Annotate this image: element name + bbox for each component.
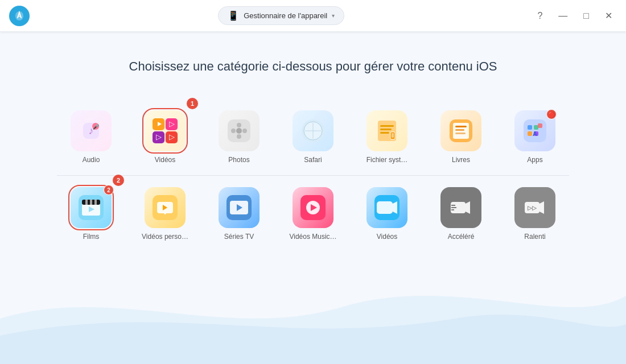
category-fichier[interactable]: Fichier syst… (356, 110, 418, 164)
svg-rect-32 (455, 126, 467, 127)
close-button[interactable]: ✕ (600, 8, 617, 23)
svg-rect-34 (455, 133, 466, 134)
category-accelere[interactable]: Accéléré (430, 187, 492, 241)
svg-point-14 (237, 123, 241, 127)
titlebar-left (9, 6, 30, 26)
svg-point-13 (236, 128, 242, 134)
category-audio[interactable]: ♪ 🎤 Audio (60, 110, 122, 164)
category-videos2[interactable]: Vidéos (356, 187, 418, 241)
apps-notif-badge: 🔴 (546, 109, 557, 119)
svg-rect-36 (528, 125, 532, 130)
help-button[interactable]: ? (533, 9, 547, 23)
main-content: Choisissez une catégorie ci-dessous pour… (0, 32, 626, 250)
svg-text:▷: ▷ (169, 133, 175, 141)
category-livres[interactable]: Livres (430, 110, 492, 164)
svg-rect-60 (377, 201, 393, 214)
svg-rect-27 (380, 132, 389, 134)
device-button-label: Gestionnaire de l'appareil (244, 11, 327, 20)
category-ralenti[interactable]: ▷▷ Ralenti (504, 187, 566, 241)
videos2-icon-wrapper (366, 187, 407, 228)
category-series[interactable]: Séries TV (208, 187, 270, 241)
category-row-1: ♪ 🎤 Audio 1 (57, 101, 569, 176)
films-icon-wrapper: 2 (71, 187, 112, 228)
videos-music-icon-wrapper (293, 187, 333, 228)
ralenti-icon-wrapper: ▷▷ (514, 187, 555, 228)
category-row-2: 2 2 (57, 176, 569, 250)
page-title: Choisissez une catégorie ci-dessous pour… (129, 59, 497, 74)
svg-rect-45 (85, 200, 88, 205)
chevron-down-icon: ▾ (332, 13, 335, 19)
videos-perso-icon-wrapper (145, 187, 186, 228)
videos-music-label: Vidéos Music… (289, 233, 336, 241)
step-badge-2: 2 (113, 175, 124, 186)
svg-text:▷▷: ▷▷ (528, 205, 537, 211)
maximize-button[interactable]: □ (579, 9, 594, 23)
svg-point-15 (237, 134, 241, 139)
videos-label: Vidéos (155, 156, 175, 164)
accelere-label: Accéléré (448, 233, 475, 241)
series-label: Séries TV (224, 233, 254, 241)
minimize-button[interactable]: — (554, 9, 572, 23)
series-icon-wrapper (219, 187, 260, 228)
app-logo (9, 6, 30, 26)
svg-text:▷: ▷ (169, 119, 175, 128)
fichier-label: Fichier syst… (366, 156, 408, 164)
audio-label: Audio (83, 156, 100, 164)
svg-rect-33 (455, 129, 464, 131)
category-photos[interactable]: Photos (208, 110, 270, 164)
titlebar: 📱 Gestionnaire de l'appareil ▾ ? — □ ✕ (0, 0, 626, 32)
livres-icon-wrapper (440, 110, 481, 151)
photos-icon-wrapper (219, 110, 260, 151)
svg-rect-25 (380, 125, 394, 127)
step-badge-1: 1 (187, 98, 198, 109)
films-notif-badge: 2 (104, 185, 114, 195)
accelere-icon-wrapper (440, 187, 481, 228)
audio-icon-wrapper: ♪ 🎤 (71, 110, 112, 151)
ralenti-label: Ralenti (524, 233, 545, 241)
titlebar-right: ? — □ ✕ (533, 8, 617, 23)
svg-rect-37 (534, 125, 538, 130)
category-safari[interactable]: Safari (282, 110, 344, 164)
svg-text:🎤: 🎤 (93, 123, 100, 130)
phone-icon: 📱 (228, 10, 239, 21)
titlebar-center: 📱 Gestionnaire de l'appareil ▾ (218, 6, 344, 25)
safari-icon-wrapper (293, 110, 333, 151)
films-label: Films (83, 233, 100, 241)
livres-label: Livres (452, 156, 470, 164)
svg-rect-38 (538, 123, 542, 128)
category-videos[interactable]: 1 ▷ ▷ (134, 110, 196, 164)
svg-text:A: A (533, 130, 537, 137)
apps-icon-wrapper: 🔴 A (514, 110, 555, 151)
category-apps[interactable]: 🔴 A Apps (504, 110, 566, 164)
videos-icon-wrapper: ▷ ▷ ▷ (145, 110, 186, 151)
videos-perso-label: Vidéos perso… (142, 233, 188, 241)
svg-rect-29 (392, 133, 394, 138)
apps-label: Apps (527, 156, 542, 164)
svg-point-17 (242, 129, 247, 133)
svg-rect-26 (380, 129, 392, 130)
safari-label: Safari (304, 156, 322, 164)
svg-point-16 (231, 129, 236, 133)
photos-label: Photos (228, 156, 249, 164)
svg-rect-46 (90, 200, 92, 205)
category-section: ♪ 🎤 Audio 1 (57, 101, 569, 250)
videos2-label: Vidéos (377, 233, 397, 241)
category-videos-perso[interactable]: Vidéos perso… (134, 187, 196, 241)
svg-point-52 (164, 212, 166, 214)
category-films[interactable]: 2 2 (60, 187, 122, 241)
category-videos-music[interactable]: Vidéos Music… (282, 187, 344, 241)
fichier-icon-wrapper (366, 110, 407, 151)
device-manager-button[interactable]: 📱 Gestionnaire de l'appareil ▾ (218, 6, 344, 25)
svg-rect-39 (528, 131, 532, 136)
svg-rect-47 (94, 200, 97, 205)
svg-text:▷: ▷ (156, 133, 162, 141)
